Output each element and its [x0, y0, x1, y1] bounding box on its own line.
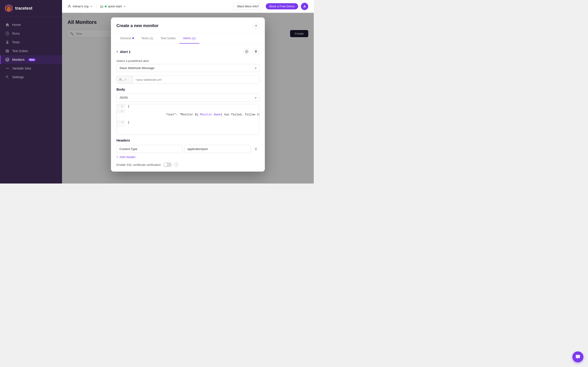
sidebar-item-tests[interactable]: Tests	[0, 38, 62, 47]
monitors-icon	[5, 58, 9, 62]
code-line-3: 3 }	[117, 120, 259, 125]
method-arrow-icon: ▾	[125, 78, 126, 81]
test-suites-icon	[5, 49, 9, 53]
add-header-button[interactable]: + Add Header	[116, 155, 259, 159]
svg-point-11	[6, 76, 7, 77]
svg-rect-6	[6, 52, 9, 52]
svg-point-10	[8, 68, 9, 69]
modal-overlay[interactable]: Create a new monitor ✕ General Tests (1)…	[62, 13, 314, 184]
app-name: tracetest	[15, 6, 32, 11]
sidebar-item-variable-sets[interactable]: Variable Sets	[0, 64, 62, 73]
logo: tracetest	[0, 0, 62, 17]
alert-name: Alert 1	[120, 50, 131, 54]
ssl-help-icon[interactable]: ?	[174, 163, 178, 167]
trash-icon	[254, 147, 258, 151]
svg-rect-5	[6, 51, 9, 51]
ssl-row: Enable SSL certificate verification ?	[116, 162, 259, 167]
header-delete-button[interactable]	[252, 146, 259, 152]
org-selector[interactable]: Adnan's org	[68, 5, 93, 8]
code-line-2: 2 "text": "Monitor ${.Monitor.Name} has …	[117, 109, 259, 120]
headers-section-title: Headers	[116, 138, 259, 142]
tab-general[interactable]: General	[116, 33, 138, 44]
project-status-dot	[105, 6, 107, 7]
ssl-label: Enable SSL certificate verification	[116, 163, 161, 167]
predefined-alert-value: Slack Webhook Message	[120, 66, 154, 70]
body-type-select-wrapper: JSON ▾	[116, 94, 259, 102]
code-line-empty	[117, 125, 259, 134]
webhook-url-input[interactable]	[133, 76, 259, 83]
modal-tabs: General Tests (1) Test Suites Alerts (1)	[111, 33, 265, 44]
header-value-input[interactable]	[184, 145, 251, 153]
svg-point-12	[69, 5, 70, 6]
topbar-divider	[96, 4, 96, 9]
main-area: Adnan's org quick-start Want More Info? …	[62, 0, 314, 184]
modal-body: ▾ Alert 1	[111, 44, 265, 172]
topbar-right: Want More Info? Book a Free Demo A	[233, 3, 308, 10]
predefined-alert-select[interactable]: Slack Webhook Message	[116, 64, 259, 72]
create-monitor-modal: Create a new monitor ✕ General Tests (1)…	[111, 17, 265, 172]
modal-close-button[interactable]: ✕	[253, 23, 259, 29]
topbar: Adnan's org quick-start Want More Info? …	[62, 0, 314, 13]
org-icon	[68, 5, 71, 8]
sidebar: tracetest Home Runs Tests Test Suites Mo…	[0, 0, 62, 184]
ssl-toggle[interactable]	[163, 162, 172, 167]
sidebar-item-settings[interactable]: Settings	[0, 73, 62, 81]
toggle-knob	[164, 163, 167, 167]
url-input-row: P... ▾	[116, 76, 259, 84]
org-name: Adnan's org	[73, 5, 88, 8]
alert-title-row: ▾ Alert 1	[116, 50, 131, 54]
alert-header: ▾ Alert 1	[116, 48, 259, 55]
nav: Home Runs Tests Test Suites Monitors New…	[0, 17, 62, 184]
project-selector[interactable]: quick-start	[100, 5, 126, 8]
alert-play-button[interactable]	[243, 48, 250, 55]
body-type-select[interactable]: JSON	[116, 94, 259, 102]
alert-delete-button[interactable]	[252, 48, 259, 55]
book-demo-button[interactable]: Book a Free Demo	[266, 3, 298, 9]
alert-chevron-icon[interactable]: ▾	[116, 50, 118, 53]
tests-icon	[5, 40, 9, 44]
body-group: Body JSON ▾ 1 {	[116, 87, 259, 135]
want-more-info-button[interactable]: Want More Info?	[233, 3, 263, 10]
predefined-alert-group: Select a predefined alert Slack Webhook …	[116, 59, 259, 72]
sidebar-item-runs[interactable]: Runs	[0, 29, 62, 38]
body-label: Body	[116, 87, 259, 91]
folder-icon	[100, 5, 103, 8]
modal-header: Create a new monitor ✕	[111, 17, 265, 33]
sidebar-item-monitors[interactable]: Monitors New	[0, 55, 62, 64]
alert-actions	[243, 48, 259, 55]
webhook-url-group: P... ▾	[116, 76, 259, 84]
project-name: quick-start	[108, 5, 122, 8]
monitors-badge: New	[28, 58, 36, 61]
tab-alerts[interactable]: Alerts (1)	[179, 33, 199, 44]
method-selector[interactable]: P... ▾	[117, 76, 133, 83]
modal-title: Create a new monitor	[116, 23, 158, 28]
avatar[interactable]: A	[301, 3, 308, 10]
svg-point-8	[6, 68, 7, 69]
headers-group: Headers + Add Header	[116, 138, 259, 159]
body-type-value: JSON	[120, 96, 128, 99]
code-line-1: 1 {	[117, 104, 259, 109]
svg-point-7	[6, 58, 9, 61]
org-chevron-icon	[90, 5, 93, 8]
code-editor-wrap: 1 { 2 "text": "Monitor ${.Monitor.Name} …	[117, 104, 259, 134]
variable-sets-icon	[5, 66, 9, 70]
svg-point-9	[7, 68, 8, 69]
sidebar-item-home[interactable]: Home	[0, 20, 62, 29]
code-editor[interactable]: 1 { 2 "text": "Monitor ${.Monitor.Name} …	[116, 104, 259, 135]
settings-icon	[5, 75, 9, 79]
general-tab-dot	[132, 37, 134, 39]
predefined-alert-select-wrapper: Slack Webhook Message ▾	[116, 64, 259, 72]
topbar-left: Adnan's org quick-start	[68, 4, 126, 9]
tab-tests[interactable]: Tests (1)	[138, 33, 157, 44]
svg-marker-14	[246, 51, 248, 52]
home-icon	[5, 23, 9, 27]
page-content: All Monitors 🔍 Create Create a new monit…	[62, 13, 314, 184]
header-row-0	[116, 145, 259, 153]
method-label: P...	[120, 78, 124, 81]
tab-test-suites[interactable]: Test Suites	[157, 33, 179, 44]
predefined-alert-label: Select a predefined alert	[116, 59, 259, 63]
header-key-input[interactable]	[116, 145, 183, 153]
sidebar-item-test-suites[interactable]: Test Suites	[0, 47, 62, 55]
runs-icon	[5, 31, 9, 35]
delete-icon	[254, 50, 258, 53]
